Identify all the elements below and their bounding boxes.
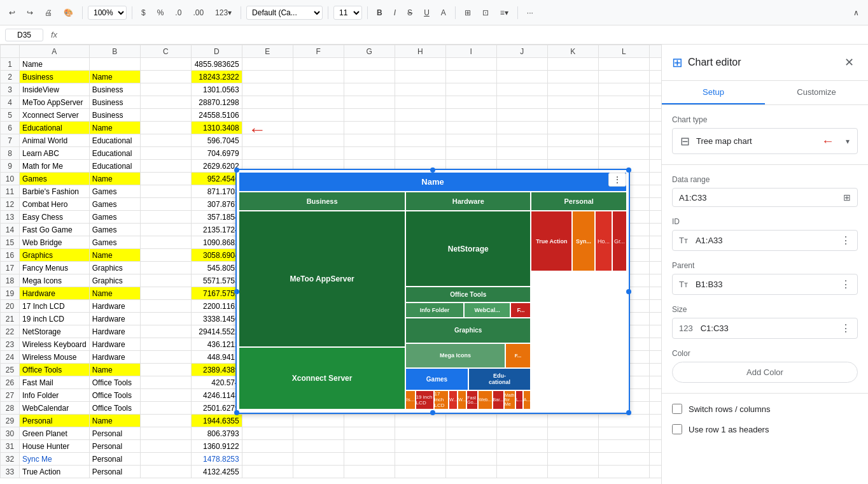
cell-d[interactable]: 1301.0563 <box>191 83 242 96</box>
cell-d[interactable]: 2135.1724 <box>191 224 242 236</box>
cell-empty[interactable] <box>344 71 395 83</box>
cell-b[interactable]: Hardware <box>89 338 140 351</box>
cell-d[interactable]: 2389.4389 <box>191 364 242 376</box>
cell-d[interactable]: 420.574 <box>191 376 242 389</box>
cell-empty[interactable] <box>445 134 496 147</box>
cell-d[interactable]: 29414.5522 <box>191 325 242 338</box>
cell-d[interactable]: 436.1212 <box>191 338 242 351</box>
cell-a[interactable]: Barbie's Fashion <box>20 185 90 198</box>
cell-a[interactable]: Mega Icons <box>20 274 90 287</box>
cell-c[interactable] <box>140 300 191 313</box>
fill-color-button[interactable]: A <box>437 6 450 20</box>
parent-row[interactable]: Tт B1:B33 ⋮ <box>672 274 858 295</box>
collapse-button[interactable]: ∧ <box>850 6 863 20</box>
cell-c[interactable] <box>140 351 191 364</box>
cell-c[interactable] <box>140 402 191 415</box>
cell-empty[interactable] <box>293 427 344 440</box>
cell-empty[interactable] <box>242 122 293 134</box>
use-row-checkbox-row[interactable]: Use row 1 as headers <box>672 424 858 434</box>
cell-empty[interactable] <box>649 211 661 224</box>
cell-empty[interactable] <box>598 134 649 147</box>
cell-empty[interactable] <box>242 147 293 160</box>
cell-empty[interactable] <box>649 236 661 249</box>
cell-empty[interactable] <box>445 147 496 160</box>
cell-a[interactable]: InsideView <box>20 83 90 96</box>
cell-a[interactable]: Personal <box>20 415 90 427</box>
cell-c[interactable] <box>140 287 191 300</box>
cell-empty[interactable] <box>445 58 496 71</box>
cell-empty[interactable] <box>547 83 598 96</box>
table-row[interactable]: 4MeToo AppServerBusiness28870.1298 <box>1 96 662 109</box>
cell-empty[interactable] <box>445 83 496 96</box>
cell-d[interactable]: 1944.6355 <box>191 415 242 427</box>
cell-d[interactable]: 545.8055 <box>191 262 242 274</box>
cell-b[interactable]: Personal <box>89 453 140 466</box>
fontsize-select[interactable]: 11 <box>333 6 362 20</box>
cell-c[interactable] <box>140 185 191 198</box>
cell-a[interactable]: Wireless Keyboard <box>20 338 90 351</box>
cell-b[interactable]: Office Tools <box>89 376 140 389</box>
cell-empty[interactable] <box>649 338 661 351</box>
cell-empty[interactable] <box>649 71 661 83</box>
close-panel-button[interactable]: ✕ <box>840 53 858 71</box>
cell-empty[interactable] <box>293 466 344 478</box>
cell-empty[interactable] <box>344 466 395 478</box>
cell-a[interactable]: Animal World <box>20 134 90 147</box>
id-more-button[interactable]: ⋮ <box>841 234 851 246</box>
formula-input[interactable] <box>65 30 863 39</box>
cell-c[interactable] <box>140 83 191 96</box>
cell-empty[interactable] <box>293 147 344 160</box>
cell-a[interactable]: Business <box>20 71 90 83</box>
cell-empty[interactable] <box>649 109 661 122</box>
cell-empty[interactable] <box>344 109 395 122</box>
print-button[interactable]: 🖨 <box>41 6 56 20</box>
cell-empty[interactable] <box>547 147 598 160</box>
currency-button[interactable]: $ <box>137 6 150 20</box>
id-row[interactable]: Tт A1:A33 ⋮ <box>672 230 858 251</box>
cell-b[interactable]: Personal <box>89 440 140 453</box>
cell-empty[interactable] <box>293 134 344 147</box>
cell-b[interactable]: Games <box>89 236 140 249</box>
cell-b[interactable]: Name <box>89 249 140 262</box>
cell-empty[interactable] <box>649 198 661 211</box>
cell-empty[interactable] <box>242 427 293 440</box>
cell-d[interactable]: 1360.9122 <box>191 440 242 453</box>
cell-c[interactable] <box>140 96 191 109</box>
cell-empty[interactable] <box>344 415 395 427</box>
cell-empty[interactable] <box>445 415 496 427</box>
cell-empty[interactable] <box>598 83 649 96</box>
cell-a[interactable]: Wireless Mouse <box>20 351 90 364</box>
chart-overflow-button[interactable]: ⋮ <box>608 173 626 187</box>
cell-c[interactable] <box>140 466 191 478</box>
cell-d[interactable]: 18243.2322 <box>191 71 242 83</box>
cell-b[interactable]: Personal <box>89 466 140 478</box>
col-header-c[interactable]: C <box>140 45 191 58</box>
cell-empty[interactable] <box>293 109 344 122</box>
cell-c[interactable] <box>140 198 191 211</box>
cell-empty[interactable] <box>242 83 293 96</box>
cell-d[interactable]: 1478.8253 <box>191 453 242 466</box>
undo-button[interactable]: ↩ <box>5 6 19 20</box>
cell-d[interactable]: 4855.983625 <box>191 58 242 71</box>
cell-empty[interactable] <box>445 453 496 466</box>
cell-empty[interactable] <box>649 262 661 274</box>
cell-empty[interactable] <box>395 134 445 147</box>
cell-empty[interactable] <box>344 147 395 160</box>
cell-empty[interactable] <box>598 96 649 109</box>
cell-empty[interactable] <box>649 173 661 185</box>
cell-a[interactable]: Easy Chess <box>20 211 90 224</box>
cell-empty[interactable] <box>496 453 547 466</box>
cell-empty[interactable] <box>496 71 547 83</box>
cell-a[interactable]: Office Tools <box>20 364 90 376</box>
cell-c[interactable] <box>140 415 191 427</box>
cell-b[interactable] <box>89 58 140 71</box>
cell-empty[interactable] <box>496 83 547 96</box>
cell-empty[interactable] <box>598 415 649 427</box>
tab-setup[interactable]: Setup <box>662 81 765 104</box>
cell-empty[interactable] <box>496 415 547 427</box>
cell-c[interactable] <box>140 325 191 338</box>
cell-d[interactable]: 1310.3408 <box>191 122 242 134</box>
col-header-d[interactable]: D <box>191 45 242 58</box>
cell-empty[interactable] <box>547 134 598 147</box>
cell-empty[interactable] <box>293 415 344 427</box>
